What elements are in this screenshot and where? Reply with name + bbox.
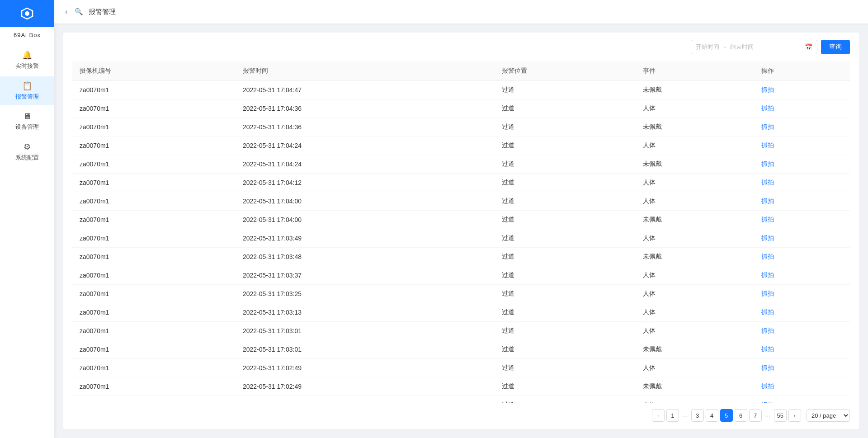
cell-camera: za0070m1 bbox=[72, 211, 236, 229]
capture-link[interactable]: 抓拍 bbox=[761, 382, 774, 390]
cell-time: 2022-05-31 17:03:25 bbox=[236, 285, 495, 303]
capture-link[interactable]: 抓拍 bbox=[761, 197, 774, 204]
logo-icon bbox=[18, 5, 36, 23]
page-1-button[interactable]: 1 bbox=[666, 409, 679, 422]
cell-event: 人体 bbox=[636, 303, 754, 322]
capture-link[interactable]: 抓拍 bbox=[761, 179, 774, 186]
sidebar-item-sys-config[interactable]: ⚙ 系统配置 bbox=[0, 137, 54, 166]
page-7-button[interactable]: 7 bbox=[749, 409, 762, 422]
cell-location: 过道 bbox=[495, 285, 635, 303]
cell-time: 2022-05-31 17:03:01 bbox=[236, 340, 495, 359]
cell-camera: za0070m1 bbox=[72, 359, 236, 377]
table-row: za0070m1 2022-05-31 17:03:25 过道 人体 抓拍 bbox=[72, 285, 850, 303]
capture-link[interactable]: 抓拍 bbox=[761, 308, 774, 316]
table-row: za0070m1 2022-05-31 17:02:49 过道 人体 抓拍 bbox=[72, 359, 850, 377]
cell-camera: za0070m1 bbox=[72, 99, 236, 118]
cell-location: 过道 bbox=[495, 303, 635, 322]
page-5-button[interactable]: 5 bbox=[720, 409, 733, 422]
cell-event: 未佩戴 bbox=[636, 211, 754, 229]
search-icon: 🔍 bbox=[75, 8, 83, 16]
pagination: ‹ 1 ··· 3 4 5 6 7 ··· 55 › 10 / page 20 … bbox=[72, 403, 850, 422]
capture-link[interactable]: 抓拍 bbox=[761, 327, 774, 334]
capture-link[interactable]: 抓拍 bbox=[761, 104, 774, 112]
table-header-row: 摄像机编号 报警时间 报警位置 事件 操作 bbox=[72, 61, 850, 81]
cell-event: 人体 bbox=[636, 137, 754, 155]
cell-event: 人体 bbox=[636, 285, 754, 303]
table-row: za0070m1 2022-05-31 17:03:13 过道 人体 抓拍 bbox=[72, 303, 850, 322]
cell-time: 2022-05-31 17:03:01 bbox=[236, 322, 495, 340]
capture-link[interactable]: 抓拍 bbox=[761, 86, 774, 93]
capture-link[interactable]: 抓拍 bbox=[761, 345, 774, 353]
realtime-alert-icon: 🔔 bbox=[22, 50, 32, 60]
collapse-button[interactable]: ‹ bbox=[63, 6, 69, 18]
table-row: za0070m1 2022-05-31 17:03:49 过道 人体 抓拍 bbox=[72, 229, 850, 248]
capture-link[interactable]: 抓拍 bbox=[761, 290, 774, 297]
date-range-picker[interactable]: 开始时间 → 结束时间 📅 bbox=[691, 40, 817, 54]
cell-action: 抓拍 bbox=[754, 359, 850, 377]
cell-location: 过道 bbox=[495, 211, 635, 229]
capture-link[interactable]: 抓拍 bbox=[761, 123, 774, 130]
capture-link[interactable]: 抓拍 bbox=[761, 271, 774, 278]
sidebar-item-alert-mgmt[interactable]: 📋 报警管理 bbox=[0, 76, 54, 105]
cell-location: 过道 bbox=[495, 396, 635, 403]
cell-event: 未佩戴 bbox=[636, 81, 754, 99]
cell-action: 抓拍 bbox=[754, 266, 850, 285]
svg-point-1 bbox=[25, 11, 29, 16]
start-time-placeholder: 开始时间 bbox=[696, 43, 719, 51]
table-row: za0070m1 2022-05-31 17:03:01 过道 人体 抓拍 bbox=[72, 322, 850, 340]
cell-camera: za0070m1 bbox=[72, 377, 236, 396]
cell-camera: za0070m1 bbox=[72, 155, 236, 174]
table-row: za0070m1 2022-05-31 17:03:48 过道 未佩戴 抓拍 bbox=[72, 248, 850, 266]
cell-event: 人体 bbox=[636, 359, 754, 377]
page-size-select[interactable]: 10 / page 20 / page 50 / page 100 / page bbox=[807, 409, 850, 422]
page-3-button[interactable]: 3 bbox=[691, 409, 704, 422]
cell-event: 未佩戴 bbox=[636, 118, 754, 137]
cell-time: 2022-05-31 17:03:49 bbox=[236, 229, 495, 248]
page-55-button[interactable]: 55 bbox=[774, 409, 787, 422]
cell-camera: za0070m1 bbox=[72, 174, 236, 192]
cell-location: 过道 bbox=[495, 192, 635, 211]
cell-location: 过道 bbox=[495, 174, 635, 192]
page-dots-left: ··· bbox=[681, 412, 689, 419]
cell-action: 抓拍 bbox=[754, 155, 850, 174]
cell-event: 未佩戴 bbox=[636, 155, 754, 174]
capture-link[interactable]: 抓拍 bbox=[761, 216, 774, 223]
capture-link[interactable]: 抓拍 bbox=[761, 253, 774, 260]
next-page-button[interactable]: › bbox=[788, 409, 801, 422]
col-time: 报警时间 bbox=[236, 61, 495, 81]
page-6-button[interactable]: 6 bbox=[735, 409, 747, 422]
cell-time: 2022-05-31 17:02:37 bbox=[236, 396, 495, 403]
cell-time: 2022-05-31 17:03:48 bbox=[236, 248, 495, 266]
cell-time: 2022-05-31 17:03:37 bbox=[236, 266, 495, 285]
cell-camera: za0070m1 bbox=[72, 396, 236, 403]
cell-camera: za0070m1 bbox=[72, 137, 236, 155]
cell-time: 2022-05-31 17:04:00 bbox=[236, 211, 495, 229]
content-card: 开始时间 → 结束时间 📅 查询 摄像机编号 报警时间 报警位置 事件 bbox=[63, 33, 859, 429]
cell-action: 抓拍 bbox=[754, 211, 850, 229]
prev-page-button[interactable]: ‹ bbox=[652, 409, 665, 422]
table-row: za0070m1 2022-05-31 17:03:37 过道 人体 抓拍 bbox=[72, 266, 850, 285]
cell-action: 抓拍 bbox=[754, 174, 850, 192]
sidebar-item-label: 设备管理 bbox=[15, 123, 39, 131]
calendar-icon: 📅 bbox=[805, 43, 812, 51]
cell-location: 过道 bbox=[495, 118, 635, 137]
capture-link[interactable]: 抓拍 bbox=[761, 234, 774, 241]
capture-link[interactable]: 抓拍 bbox=[761, 160, 774, 167]
cell-action: 抓拍 bbox=[754, 118, 850, 137]
cell-location: 过道 bbox=[495, 248, 635, 266]
page-4-button[interactable]: 4 bbox=[706, 409, 718, 422]
capture-link[interactable]: 抓拍 bbox=[761, 364, 774, 371]
cell-location: 过道 bbox=[495, 81, 635, 99]
table-row: za0070m1 2022-05-31 17:04:36 过道 人体 抓拍 bbox=[72, 99, 850, 118]
capture-link[interactable]: 抓拍 bbox=[761, 141, 774, 149]
cell-location: 过道 bbox=[495, 229, 635, 248]
cell-event: 人体 bbox=[636, 192, 754, 211]
cell-action: 抓拍 bbox=[754, 396, 850, 403]
table-wrap: 摄像机编号 报警时间 报警位置 事件 操作 za0070m1 2022-05-3… bbox=[72, 61, 850, 403]
sidebar-item-device-mgmt[interactable]: 🖥 设备管理 bbox=[0, 107, 54, 136]
main-area: ‹ 🔍 报警管理 开始时间 → 结束时间 📅 查询 bbox=[54, 0, 868, 438]
query-button[interactable]: 查询 bbox=[821, 40, 850, 54]
sidebar-item-realtime-alert[interactable]: 🔔 实时接警 bbox=[0, 46, 54, 75]
cell-time: 2022-05-31 17:04:47 bbox=[236, 81, 495, 99]
cell-camera: za0070m1 bbox=[72, 266, 236, 285]
